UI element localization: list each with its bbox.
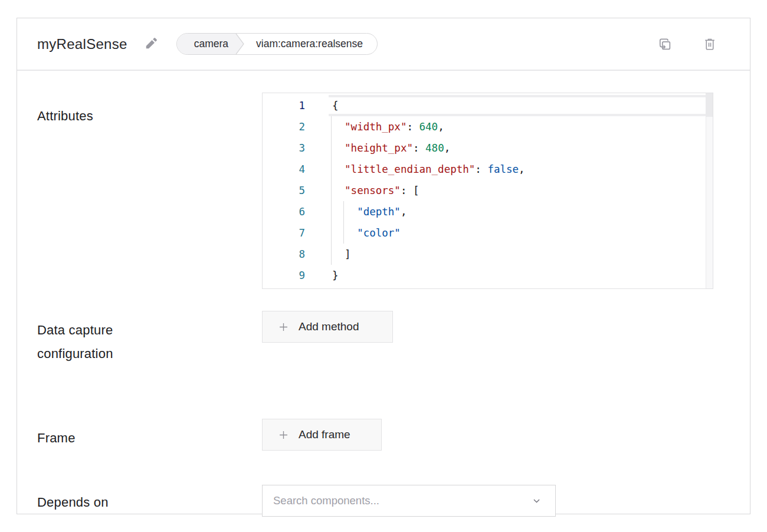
indent-guide — [331, 137, 332, 159]
indent-guide — [331, 201, 332, 222]
code-line-content: } — [305, 265, 713, 286]
depends-on-label: Depends on — [37, 485, 262, 517]
rename-button[interactable] — [143, 36, 159, 52]
header-actions — [657, 37, 730, 52]
code-line-content: "color" — [305, 222, 713, 244]
component-type: camera — [177, 34, 234, 54]
data-capture-row: Data capture configuration Add method — [37, 311, 713, 366]
component-body: Attributes 1{2 "width_px": 640,3 "height… — [17, 93, 750, 517]
component-card: myRealSense camera viam:camera:realsense — [17, 18, 750, 514]
trash-icon — [702, 37, 717, 52]
code-lines: 1{2 "width_px": 640,3 "height_px": 480,4… — [263, 93, 713, 286]
code-line-content: ] — [305, 244, 713, 265]
add-frame-button[interactable]: Add frame — [262, 419, 382, 451]
line-number: 3 — [263, 137, 305, 159]
code-line: 8 ] — [263, 244, 713, 265]
frame-row: Frame Add frame — [37, 419, 713, 451]
frame-label: Frame — [37, 419, 262, 451]
delete-button[interactable] — [702, 37, 717, 52]
line-number: 9 — [263, 265, 305, 286]
indent-guide — [343, 222, 344, 244]
depends-on-select[interactable] — [262, 485, 556, 517]
code-line: 1{ — [263, 95, 713, 116]
plus-icon — [278, 429, 289, 441]
attributes-row: Attributes 1{2 "width_px": 640,3 "height… — [37, 93, 713, 289]
indent-guide — [331, 244, 332, 265]
line-number: 8 — [263, 244, 305, 265]
code-line-content: "sensors": [ — [305, 180, 713, 201]
indent-guide — [331, 222, 332, 244]
plus-icon — [278, 321, 289, 333]
line-number: 2 — [263, 116, 305, 137]
line-number: 4 — [263, 159, 305, 180]
add-method-button[interactable]: Add method — [262, 311, 393, 343]
code-line: 3 "height_px": 480, — [263, 137, 713, 159]
code-line-content: "height_px": 480, — [305, 137, 713, 159]
line-number: 6 — [263, 201, 305, 222]
attributes-label: Attributes — [37, 93, 262, 289]
component-header: myRealSense camera viam:camera:realsense — [17, 18, 750, 71]
component-type-pill: camera viam:camera:realsense — [176, 33, 378, 55]
code-line: 7 "color" — [263, 222, 713, 244]
code-line: 6 "depth", — [263, 201, 713, 222]
editor-scrollbar[interactable] — [706, 93, 713, 288]
code-line: 4 "little_endian_depth": false, — [263, 159, 713, 180]
code-line-content: "width_px": 640, — [305, 116, 713, 137]
indent-guide — [331, 180, 332, 201]
code-line: 9} — [263, 265, 713, 286]
indent-guide — [331, 159, 332, 180]
attributes-code-editor[interactable]: 1{2 "width_px": 640,3 "height_px": 480,4… — [262, 93, 713, 289]
page: myRealSense camera viam:camera:realsense — [0, 0, 767, 532]
data-capture-label: Data capture configuration — [37, 311, 262, 366]
component-model: viam:camera:realsense — [248, 34, 377, 54]
scrollbar-thumb[interactable] — [706, 93, 713, 117]
chevron-right-icon — [234, 34, 248, 54]
code-line: 2 "width_px": 640, — [263, 116, 713, 137]
indent-guide — [331, 116, 332, 137]
line-number: 7 — [263, 222, 305, 244]
duplicate-icon — [657, 37, 673, 52]
component-name: myRealSense — [37, 36, 127, 52]
line-number: 1 — [263, 95, 305, 116]
code-line-content: "little_endian_depth": false, — [305, 159, 713, 180]
code-line-content: { — [305, 95, 713, 116]
depends-on-row: Depends on — [37, 485, 713, 517]
search-components-input[interactable] — [263, 485, 555, 516]
add-frame-label: Add frame — [299, 428, 350, 441]
indent-guide — [343, 201, 344, 222]
duplicate-button[interactable] — [657, 37, 673, 52]
code-line-content: "depth", — [305, 201, 713, 222]
pencil-icon — [143, 36, 159, 52]
code-line: 5 "sensors": [ — [263, 180, 713, 201]
line-number: 5 — [263, 180, 305, 201]
add-method-label: Add method — [299, 320, 359, 333]
